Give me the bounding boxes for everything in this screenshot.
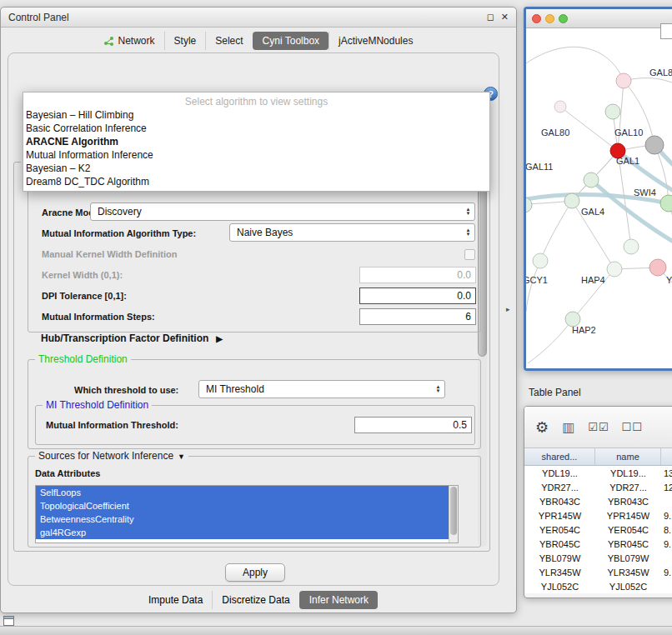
control-panel-tabs: NetworkStyleSelectCyni ToolboxjActiveMNo… [1, 31, 516, 51]
network-node[interactable] [607, 262, 622, 277]
network-node[interactable] [616, 73, 631, 88]
table-toolbar: ⚙▥☑☑☐☐ [524, 407, 672, 448]
table-cell: 9. [661, 508, 672, 522]
tab-infer-network[interactable]: Infer Network [299, 591, 378, 609]
table-cell: YDR27... [524, 480, 595, 494]
deselect-all-columns-icon[interactable]: ☐☐ [622, 421, 643, 433]
minimize-traffic-light-icon[interactable] [545, 14, 554, 23]
tab-jactivemnodules[interactable]: jActiveMNodules [328, 32, 422, 50]
algorithm-option-bayesian-hill-climbing[interactable]: Bayesian – Hill Climbing [23, 108, 489, 122]
algorithm-option-dream8-dc-tdc-algorithm[interactable]: Dream8 DC_TDC Algorithm [23, 175, 489, 188]
aracne-mode-value: Discovery [98, 206, 142, 218]
close-icon[interactable]: ✕ [501, 12, 509, 22]
mi-steps-input[interactable] [359, 308, 476, 325]
table-row[interactable]: YDL19...YDL19...13 [524, 466, 672, 480]
network-node[interactable] [645, 136, 664, 154]
kernel-width-input [359, 267, 476, 283]
network-node[interactable] [554, 101, 566, 112]
column-header-0[interactable]: shared... [524, 448, 595, 465]
sources-group-title[interactable]: Sources for Network Inference▼ [35, 450, 188, 462]
tab-impute-data[interactable]: Impute Data [139, 591, 212, 609]
network-scroll-widget[interactable] [660, 23, 672, 39]
sources-group: Sources for Network Inference▼ Data Attr… [28, 456, 481, 548]
cyni-algorithm-settings-group: Cyni Algorithm Settings Algorithm Defini… [13, 162, 490, 552]
node-label: GAL1 [616, 156, 639, 166]
network-canvas[interactable]: GAL8GAL80GAL10GAL1GAL11SWI4GAL4GCY1HAP4Y… [526, 28, 672, 368]
tab-discretize-data[interactable]: Discretize Data [212, 591, 298, 609]
table-head: shared...name [524, 448, 672, 466]
show-columns-icon[interactable]: ▥ [562, 419, 575, 435]
apply-button[interactable]: Apply [225, 563, 285, 582]
node-label: Y [666, 275, 672, 285]
restore-panel-icon[interactable] [3, 616, 14, 626]
mi-threshold-input[interactable] [354, 417, 472, 433]
tab-style[interactable]: Style [164, 32, 206, 50]
attributes-scrollbar[interactable] [449, 486, 458, 542]
data-attribute-item[interactable]: SelfLoops [36, 486, 458, 499]
table-row[interactable]: YBR043CYBR043C [524, 494, 672, 508]
network-node[interactable] [533, 253, 548, 268]
table-cell: YBR043C [524, 494, 595, 508]
network-node[interactable] [564, 193, 579, 208]
data-attributes-label: Data Attributes [35, 468, 100, 478]
table-cell: YDR27... [595, 480, 661, 494]
data-attribute-item[interactable]: TopologicalCoefficient [36, 499, 458, 512]
network-node[interactable] [660, 195, 672, 212]
tab-cyni-toolbox[interactable]: Cyni Toolbox [253, 32, 328, 50]
algorithm-option-mutual-information-inference[interactable]: Mutual Information Inference [23, 148, 489, 162]
table-cell: YDL19... [524, 466, 595, 480]
network-node[interactable] [605, 104, 620, 119]
cyni-toolbox-panel: ? Cyni Algorithm Settings Algorithm Defi… [8, 52, 499, 586]
select-all-columns-icon[interactable]: ☑☑ [588, 421, 609, 433]
control-panel-titlebar[interactable]: Control Panel ◻ ✕ [1, 8, 516, 28]
algorithm-option-aracne-algorithm[interactable]: ARACNE Algorithm [23, 135, 489, 148]
data-attribute-item[interactable]: BetweennessCentrality [36, 512, 458, 526]
desktop: Control Panel ◻ ✕ NetworkStyleSelectCyni… [0, 0, 672, 635]
mi-type-value: Naive Bayes [237, 227, 293, 238]
column-header-1[interactable]: name [595, 448, 661, 465]
network-view-window[interactable]: GAL8GAL80GAL10GAL1GAL11SWI4GAL4GCY1HAP4Y… [524, 7, 672, 371]
dpi-tolerance-input[interactable] [359, 288, 476, 304]
settings-gear-icon[interactable]: ⚙ [535, 418, 549, 437]
table-row[interactable]: YLR345WYLR345W9. [524, 565, 672, 579]
hub-section-toggle[interactable]: Hub/Transcription Factor Definition ▶ [41, 332, 223, 344]
minimize-icon[interactable]: ◻ [487, 12, 494, 22]
mi-type-combo[interactable]: Naive Bayes ▲▼ [229, 223, 475, 242]
zoom-traffic-light-icon[interactable] [559, 14, 568, 23]
table-row[interactable]: YER054CYER054C8. [524, 522, 672, 537]
table-row[interactable]: YBL079WYBL079W [524, 551, 672, 565]
algorithm-definition-group: Algorithm Definition Aracne Mode: Discov… [28, 184, 481, 332]
tab-select[interactable]: Select [205, 32, 252, 50]
close-traffic-light-icon[interactable] [532, 14, 541, 23]
algorithm-popup-placeholder: Select algorithm to view settings [23, 95, 489, 108]
network-window-titlebar[interactable] [526, 9, 672, 28]
table-cell: 9. [661, 565, 672, 579]
algorithm-option-basic-correlation-inference[interactable]: Basic Correlation Inference [23, 122, 489, 135]
tab-label: Cyni Toolbox [263, 35, 319, 47]
table-row[interactable]: YDR27...YDR27...12 [524, 480, 672, 494]
tab-network[interactable]: Network [95, 32, 164, 50]
tab-label: Network [118, 35, 155, 47]
network-node[interactable] [649, 259, 666, 276]
scrollbar-thumb[interactable] [450, 487, 457, 535]
table-row[interactable]: YJL052CYJL052C [524, 579, 672, 593]
column-header-2[interactable] [661, 448, 672, 465]
network-edge [526, 47, 624, 81]
table-cell [661, 494, 672, 508]
network-node[interactable] [584, 172, 599, 188]
table-row[interactable]: YBR045CYBR045C9. [524, 537, 672, 551]
data-attribute-item[interactable]: gal4RGexp [36, 526, 458, 539]
tab-label: Style [174, 35, 197, 47]
table-row[interactable]: YPR145WYPR145W9. [524, 508, 672, 522]
algorithm-option-bayesian-k2[interactable]: Bayesian – K2 [23, 162, 489, 175]
panel-divider-arrow-icon[interactable]: ▸ [506, 305, 510, 313]
table-cell: YBR043C [595, 494, 661, 508]
table-cell: 12 [661, 480, 672, 494]
table-cell: 8. [661, 522, 672, 537]
which-threshold-combo[interactable]: MI Threshold ▲▼ [198, 380, 445, 398]
network-node[interactable] [624, 239, 639, 254]
tab-label: Discretize Data [222, 594, 289, 606]
data-attributes-list[interactable]: SelfLoopsTopologicalCoefficientBetweenne… [35, 485, 459, 543]
aracne-mode-combo[interactable]: Discovery ▲▼ [90, 202, 475, 221]
mi-threshold-definition-title: MI Threshold Definition [43, 399, 152, 411]
